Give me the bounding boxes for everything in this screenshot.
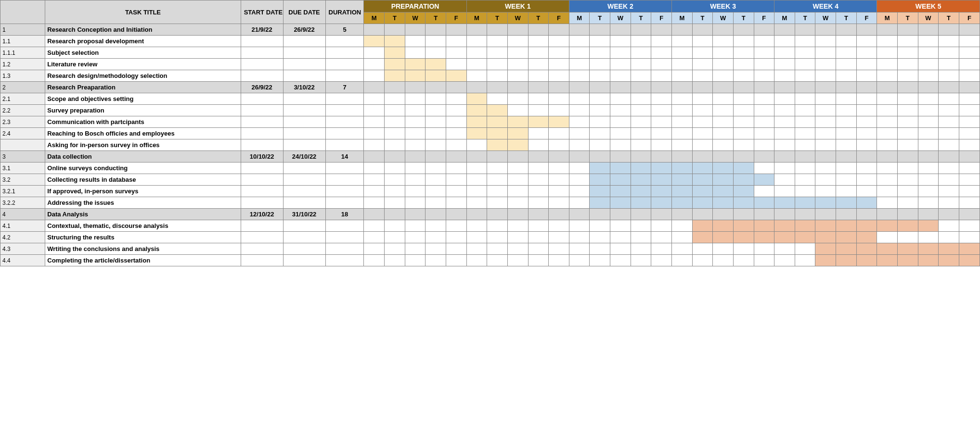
- gantt-cell: [549, 59, 569, 70]
- week-band: WEEK 2: [569, 0, 671, 13]
- gantt-cell: [590, 255, 610, 266]
- gantt-cell: [385, 105, 405, 116]
- gantt-cell: [426, 232, 446, 243]
- gantt-cell: [610, 151, 631, 163]
- gantt-cell: [590, 24, 610, 36]
- gantt-cell: [405, 59, 426, 70]
- gantt-cell: [426, 47, 446, 59]
- gantt-cell: [487, 220, 508, 232]
- gantt-cell: [549, 128, 569, 139]
- gantt-cell: [549, 197, 569, 209]
- gantt-cell: [364, 220, 385, 232]
- gantt-cell: [651, 232, 672, 243]
- row-dur: [325, 47, 364, 59]
- gantt-cell: [836, 197, 857, 209]
- gantt-cell: [610, 59, 631, 70]
- row-dur: [325, 174, 364, 186]
- gantt-cell: [754, 232, 774, 243]
- day-header: M: [364, 13, 385, 24]
- gantt-cell: [528, 82, 549, 93]
- gantt-cell: [405, 116, 426, 128]
- header-due-date: DUE DATE: [283, 0, 325, 24]
- gantt-cell: [651, 116, 672, 128]
- gantt-cell: [733, 24, 754, 36]
- gantt-cell: [672, 105, 693, 116]
- gantt-cell: [528, 197, 549, 209]
- gantt-cell: [385, 174, 405, 186]
- gantt-cell: [610, 82, 631, 93]
- gantt-cell: [774, 82, 795, 93]
- gantt-cell: [426, 59, 446, 70]
- gantt-cell: [754, 128, 774, 139]
- gantt-cell: [939, 232, 959, 243]
- gantt-cell: [692, 36, 713, 47]
- gantt-cell: [364, 232, 385, 243]
- row-dur: [325, 93, 364, 105]
- gantt-cell: [631, 255, 651, 266]
- row-start: [241, 36, 283, 47]
- row-number: 1.3: [0, 70, 45, 82]
- row-due: [283, 197, 325, 209]
- gantt-cell: [939, 163, 959, 174]
- gantt-cell: [856, 70, 877, 82]
- gantt-cell: [856, 59, 877, 70]
- gantt-cell: [959, 151, 980, 163]
- gantt-cell: [405, 105, 426, 116]
- gantt-cell: [959, 163, 980, 174]
- gantt-cell: [918, 59, 939, 70]
- day-header: M: [877, 13, 898, 24]
- row-dur: [325, 105, 364, 116]
- gantt-cell: [918, 255, 939, 266]
- gantt-cell: [364, 70, 385, 82]
- gantt-cell: [856, 209, 877, 220]
- gantt-cell: [466, 209, 487, 220]
- gantt-cell: [692, 255, 713, 266]
- table-row: 4.3Wrtiting the conclusions and analysis: [0, 243, 980, 255]
- gantt-cell: [713, 151, 734, 163]
- row-number: 1.1: [0, 36, 45, 47]
- gantt-cell: [836, 151, 857, 163]
- row-number: 2.4: [0, 128, 45, 139]
- day-header: T: [528, 13, 549, 24]
- gantt-cell: [795, 163, 815, 174]
- gantt-cell: [898, 70, 918, 82]
- gantt-cell: [466, 151, 487, 163]
- table-row: 3.2.2Addressing the issues: [0, 197, 980, 209]
- week-band: WEEK 1: [466, 0, 569, 13]
- gantt-cell: [754, 174, 774, 186]
- gantt-cell: [672, 36, 693, 47]
- row-start: [241, 70, 283, 82]
- gantt-cell: [856, 163, 877, 174]
- row-dur: [325, 220, 364, 232]
- gantt-cell: [507, 209, 528, 220]
- gantt-cell: [446, 70, 466, 82]
- gantt-cell: [795, 82, 815, 93]
- gantt-cell: [549, 174, 569, 186]
- gantt-cell: [631, 220, 651, 232]
- gantt-cell: [631, 209, 651, 220]
- gantt-cell: [426, 70, 446, 82]
- gantt-cell: [815, 163, 836, 174]
- gantt-cell: [487, 82, 508, 93]
- gantt-cell: [672, 243, 693, 255]
- gantt-cell: [631, 70, 651, 82]
- gantt-cell: [610, 197, 631, 209]
- gantt-cell: [569, 59, 590, 70]
- gantt-cell: [713, 186, 734, 197]
- gantt-cell: [672, 209, 693, 220]
- gantt-cell: [713, 255, 734, 266]
- row-dur: 14: [325, 151, 364, 163]
- gantt-cell: [856, 105, 877, 116]
- gantt-cell: [487, 151, 508, 163]
- gantt-cell: [815, 82, 836, 93]
- gantt-cell: [610, 209, 631, 220]
- gantt-cell: [959, 70, 980, 82]
- gantt-cell: [507, 197, 528, 209]
- gantt-cell: [651, 174, 672, 186]
- day-header: W: [815, 13, 836, 24]
- gantt-cell: [549, 105, 569, 116]
- gantt-cell: [549, 82, 569, 93]
- gantt-cell: [939, 36, 959, 47]
- gantt-cell: [385, 36, 405, 47]
- gantt-cell: [466, 116, 487, 128]
